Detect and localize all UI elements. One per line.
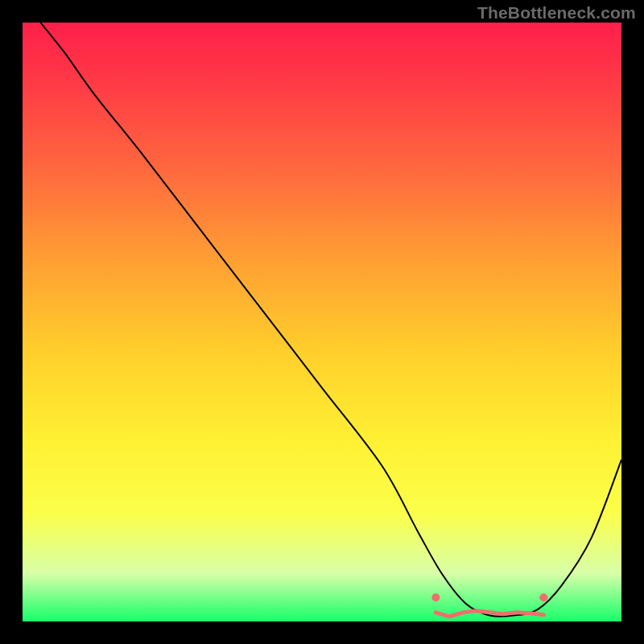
bottleneck-curve xyxy=(40,23,621,617)
optimal-range-start-dot xyxy=(431,593,440,601)
watermark: TheBottleneck.com xyxy=(477,3,636,23)
chart-area xyxy=(23,23,621,621)
chart-svg xyxy=(23,23,621,621)
optimal-range-end-dot xyxy=(539,593,547,601)
